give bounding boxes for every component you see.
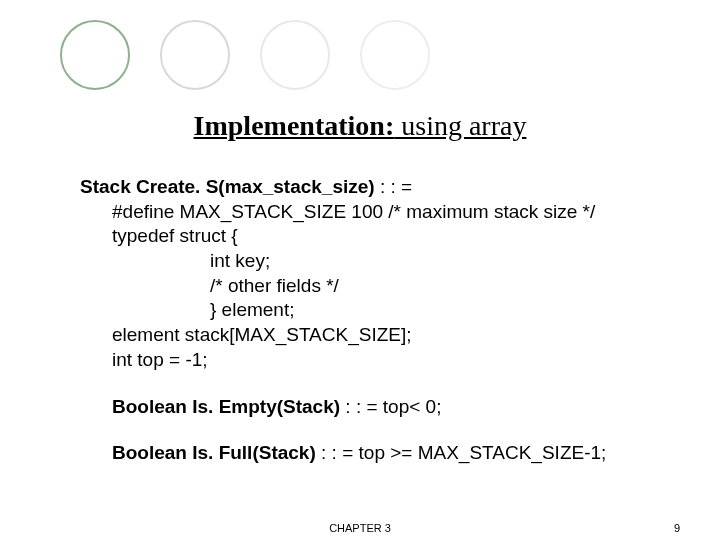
circle-icon	[60, 20, 130, 90]
isempty-body: : : = top< 0;	[340, 396, 441, 417]
create-signature: Stack Create. S(max_stack_size)	[80, 176, 380, 197]
isempty-block: Boolean Is. Empty(Stack) : : = top< 0;	[80, 395, 660, 420]
code-line: element stack[MAX_STACK_SIZE];	[80, 323, 660, 348]
title-bold: Implementation:	[194, 110, 395, 141]
isempty-signature: Boolean Is. Empty(Stack)	[112, 396, 340, 417]
create-block: Stack Create. S(max_stack_size) : : = #d…	[80, 175, 660, 373]
code-line: Stack Create. S(max_stack_size) : : =	[80, 175, 660, 200]
code-line: #define MAX_STACK_SIZE 100 /* maximum st…	[80, 200, 660, 225]
code-line: } element;	[80, 298, 660, 323]
isfull-signature: Boolean Is. Full(Stack)	[112, 442, 316, 463]
page-number: 9	[674, 522, 680, 534]
operator: : : =	[380, 176, 412, 197]
code-line: /* other fields */	[80, 274, 660, 299]
title-rest: using array	[394, 110, 526, 141]
slide-title: Implementation: using array	[0, 110, 720, 142]
circle-icon	[260, 20, 330, 90]
code-line: int key;	[80, 249, 660, 274]
code-line: int top = -1;	[80, 348, 660, 373]
chapter-label: CHAPTER 3	[0, 522, 720, 534]
isfull-block: Boolean Is. Full(Stack) : : = top >= MAX…	[80, 441, 660, 466]
decorative-circles	[60, 20, 430, 90]
code-line: typedef struct {	[80, 224, 660, 249]
circle-icon	[160, 20, 230, 90]
isfull-body: : : = top >= MAX_STACK_SIZE-1;	[316, 442, 607, 463]
slide-body: Stack Create. S(max_stack_size) : : = #d…	[80, 175, 660, 488]
circle-icon	[360, 20, 430, 90]
